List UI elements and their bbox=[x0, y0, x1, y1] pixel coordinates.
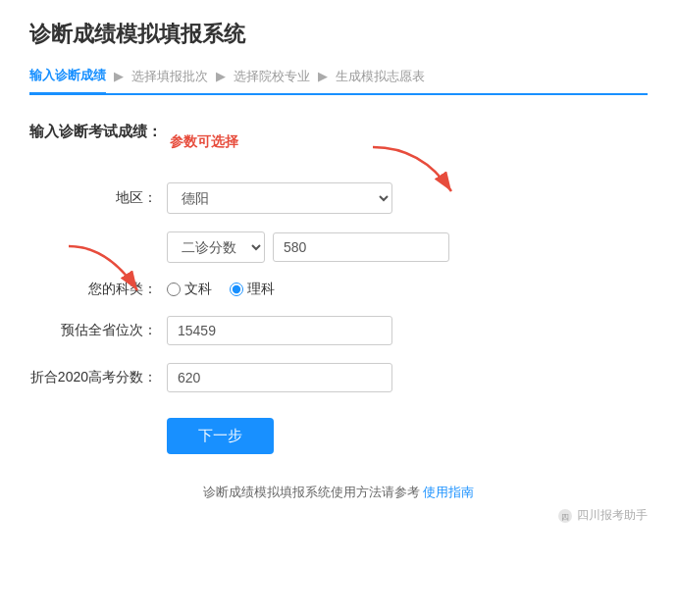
footer: 诊断成绩模拟填报系统使用方法请参考 使用指南 bbox=[29, 484, 648, 501]
next-button[interactable]: 下一步 bbox=[167, 418, 274, 454]
subject-label: 您的科类： bbox=[29, 281, 157, 298]
step-arrow-2: ▶ bbox=[216, 69, 226, 83]
subject-wenke-option[interactable]: 文科 bbox=[167, 281, 212, 298]
step-1: 输入诊断成绩 bbox=[29, 67, 106, 95]
brand-text: 四川报考助手 bbox=[577, 507, 648, 524]
steps-bar: 输入诊断成绩 ▶ 选择填报批次 ▶ 选择院校专业 ▶ 生成模拟志愿表 bbox=[29, 67, 648, 95]
region-label: 地区： bbox=[29, 189, 157, 207]
subject-like-radio[interactable] bbox=[230, 282, 243, 296]
footer-link[interactable]: 使用指南 bbox=[423, 485, 474, 499]
svg-text:四: 四 bbox=[561, 513, 569, 522]
rank-input[interactable] bbox=[167, 316, 392, 345]
step-4: 生成模拟志愿表 bbox=[336, 68, 425, 85]
score-type-select[interactable]: 一诊分数 二诊分数 三诊分数 bbox=[167, 231, 265, 263]
rank-label: 预估全省位次： bbox=[29, 322, 157, 339]
step-arrow-3: ▶ bbox=[318, 69, 328, 83]
subject-wenke-radio[interactable] bbox=[167, 282, 181, 296]
next-btn-row: 下一步 bbox=[29, 410, 648, 454]
score-row: 一诊分数 二诊分数 三诊分数 bbox=[29, 231, 648, 263]
subject-radio-group: 文科 理科 bbox=[167, 281, 275, 298]
converted-label: 折合2020高考分数： bbox=[29, 369, 157, 386]
footer-text: 诊断成绩模拟填报系统使用方法请参考 bbox=[203, 485, 420, 499]
subject-like-option[interactable]: 理科 bbox=[230, 281, 275, 298]
rank-row: 预估全省位次： bbox=[29, 316, 648, 345]
converted-input[interactable] bbox=[167, 363, 392, 392]
region-row: 地区： 德阳 成都 绵阳 广元 遂宁 内江 乐山 bbox=[29, 182, 648, 214]
subject-row: 您的科类： 文科 理科 bbox=[29, 281, 648, 298]
brand-icon: 四 bbox=[557, 508, 573, 524]
step-arrow-1: ▶ bbox=[114, 69, 124, 83]
region-select[interactable]: 德阳 成都 绵阳 广元 遂宁 内江 乐山 bbox=[167, 182, 392, 214]
page-title: 诊断成绩模拟填报系统 bbox=[29, 20, 648, 49]
score-input[interactable] bbox=[273, 232, 449, 262]
step-3: 选择院校专业 bbox=[234, 68, 310, 85]
section-label: 输入诊断考试成绩： bbox=[29, 123, 162, 141]
converted-row: 折合2020高考分数： bbox=[29, 363, 648, 392]
subject-wenke-label: 文科 bbox=[184, 281, 212, 298]
subject-like-label: 理科 bbox=[247, 281, 275, 298]
hint-text: 参数可选择 bbox=[170, 133, 238, 151]
step-2: 选择填报批次 bbox=[131, 68, 208, 85]
